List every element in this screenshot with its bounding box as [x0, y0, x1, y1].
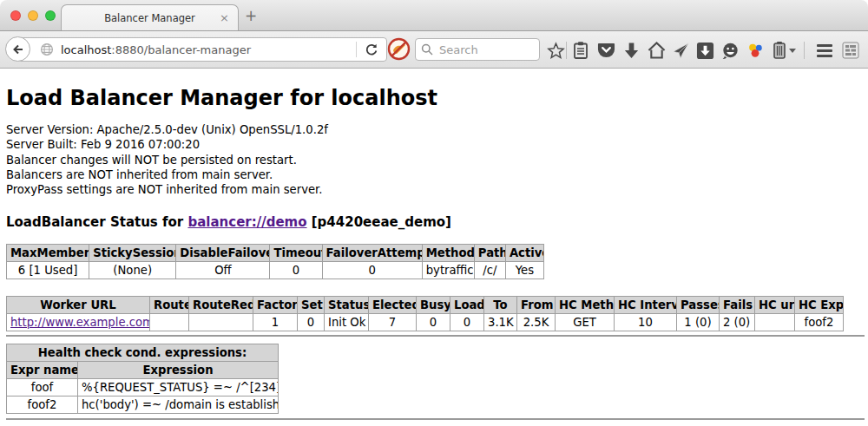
url-host: localhost	[61, 43, 111, 56]
cell-method: bytraffic	[422, 262, 474, 279]
cell-timeout: 0	[270, 262, 322, 279]
cell-expr-name: foof	[7, 379, 78, 397]
cell-failoverattempts: 0	[322, 262, 422, 279]
cell-elected: 7	[369, 314, 417, 331]
pocket-button[interactable]	[595, 40, 616, 61]
back-arrow-icon	[11, 43, 25, 56]
server-built-line: Server Built: Feb 9 2016 07:00:20	[6, 137, 861, 152]
column-header: Load	[450, 297, 484, 314]
cell-fails: 2 (0)	[720, 314, 755, 331]
url-bar[interactable]: localhost:8880/balancer-manager	[17, 37, 387, 62]
cell-from: 2.5K	[517, 314, 556, 331]
bookmark-star-button[interactable]	[545, 40, 566, 61]
health-check-table: Health check cond. expressions: Expr nam…	[6, 344, 279, 414]
search-input[interactable]	[437, 43, 528, 57]
cell-active: Yes	[505, 262, 543, 279]
pocket-icon	[597, 42, 615, 59]
blocker-extension-button[interactable]	[387, 37, 411, 61]
cell-path: /c/	[474, 262, 505, 279]
cell-hc-interval: 10	[615, 314, 677, 331]
globe-icon	[40, 43, 54, 56]
balancer-status-heading: LoadBalancer Status for balancer://demo …	[6, 214, 861, 230]
cell-status: Init Ok	[325, 314, 369, 331]
new-tab-button[interactable]: +	[245, 7, 257, 24]
column-header: DisableFailover	[176, 245, 270, 262]
tab-close-icon[interactable]: ×	[220, 11, 229, 24]
column-header: HC uri	[755, 297, 795, 314]
column-header: Passes	[677, 297, 720, 314]
cell-busy: 0	[417, 314, 450, 331]
downloadhelper-extension-button[interactable]	[745, 40, 766, 61]
cell-hc-expr: foof2	[795, 314, 844, 331]
close-window-button[interactable]	[10, 10, 21, 21]
column-header: Elected	[369, 297, 417, 314]
download-arrow-icon	[623, 42, 640, 60]
hamburger-icon	[817, 44, 832, 57]
table-header-row: Expr name Expression	[7, 362, 279, 379]
cell-disablefailover: Off	[176, 262, 270, 279]
pages-grid-button[interactable]	[840, 40, 861, 61]
cell-factor: 1	[253, 314, 298, 331]
bottom-divider	[6, 418, 865, 420]
reading-list-button[interactable]	[570, 40, 591, 61]
reload-button[interactable]	[357, 43, 386, 56]
column-header: HC Interval	[615, 297, 677, 314]
page-content: Load Balancer Manager for localhost Serv…	[0, 86, 868, 420]
tab-balancer-manager[interactable]: Balancer Manager ×	[61, 4, 239, 31]
back-button[interactable]	[5, 36, 30, 62]
grid-page-icon	[842, 42, 859, 59]
home-button[interactable]	[646, 40, 667, 61]
column-header: Expression	[78, 362, 279, 379]
star-icon	[547, 42, 565, 60]
save-extension-button[interactable]	[694, 40, 715, 61]
search-bar[interactable]	[415, 38, 540, 61]
cell-hc-uri	[755, 314, 795, 331]
column-header: Route	[150, 297, 189, 314]
balancer-demo-link[interactable]: balancer://demo	[187, 214, 306, 230]
send-tab-button[interactable]	[670, 40, 691, 61]
overflow-button[interactable]	[786, 40, 799, 61]
cell-routeredir	[189, 314, 253, 331]
cell-expression: %{REQUEST_STATUS} =~ /^[234]/	[78, 379, 279, 397]
section-divider	[6, 335, 865, 337]
bin-icon	[772, 41, 787, 60]
page-title: Load Balancer Manager for localhost	[6, 86, 861, 110]
zoom-window-button[interactable]	[45, 10, 56, 21]
menu-button[interactable]	[814, 40, 835, 61]
column-header: Status	[325, 297, 369, 314]
cell-worker-url: http://www.example.com/	[7, 314, 150, 331]
minimize-window-button[interactable]	[28, 10, 38, 21]
balancer-summary-table: MaxMembers StickySession DisableFailover…	[6, 244, 544, 279]
table-row: foof2 hc('body') =~ /domain is establish…	[7, 397, 279, 414]
cell-maxmembers: 6 [1 Used]	[7, 262, 89, 279]
chat-extension-button[interactable]	[720, 40, 740, 61]
downloads-button[interactable]	[621, 40, 641, 61]
column-header: HC Expr	[795, 297, 844, 314]
toolbar-divider	[566, 42, 567, 59]
table-header-row: Worker URL Route RouteRedir Factor Set S…	[7, 297, 844, 314]
column-header: From	[517, 297, 556, 314]
column-header: To	[484, 297, 517, 314]
cell-expression: hc('body') =~ /domain is established/	[78, 397, 279, 414]
health-table-title: Health check cond. expressions:	[7, 344, 279, 362]
cell-route	[150, 314, 189, 331]
boxed-download-icon	[696, 42, 714, 60]
table-row: 6 [1 Used] (None) Off 0 0 bytraffic /c/ …	[7, 262, 544, 279]
paper-plane-icon	[672, 42, 690, 60]
column-header: Expr name	[7, 362, 78, 379]
column-header: HC Method	[556, 297, 615, 314]
table-row: foof %{REQUEST_STATUS} =~ /^[234]/	[7, 379, 279, 397]
navigation-toolbar: localhost:8880/balancer-manager	[0, 30, 868, 69]
column-header: Busy	[417, 297, 450, 314]
url-text: localhost:8880/balancer-manager	[61, 43, 251, 56]
worker-url-link[interactable]: http://www.example.com/	[10, 316, 150, 329]
column-header: Worker URL	[7, 297, 150, 314]
chevron-down-icon	[789, 49, 796, 53]
server-info: Server Version: Apache/2.5.0-dev (Unix) …	[6, 122, 861, 197]
column-header: RouteRedir	[189, 297, 253, 314]
column-header: MaxMembers	[7, 245, 89, 262]
cell-to: 3.1K	[484, 314, 517, 331]
column-header: Path	[474, 245, 505, 262]
table-title-row: Health check cond. expressions:	[7, 344, 279, 362]
clipboard-icon	[572, 41, 589, 60]
